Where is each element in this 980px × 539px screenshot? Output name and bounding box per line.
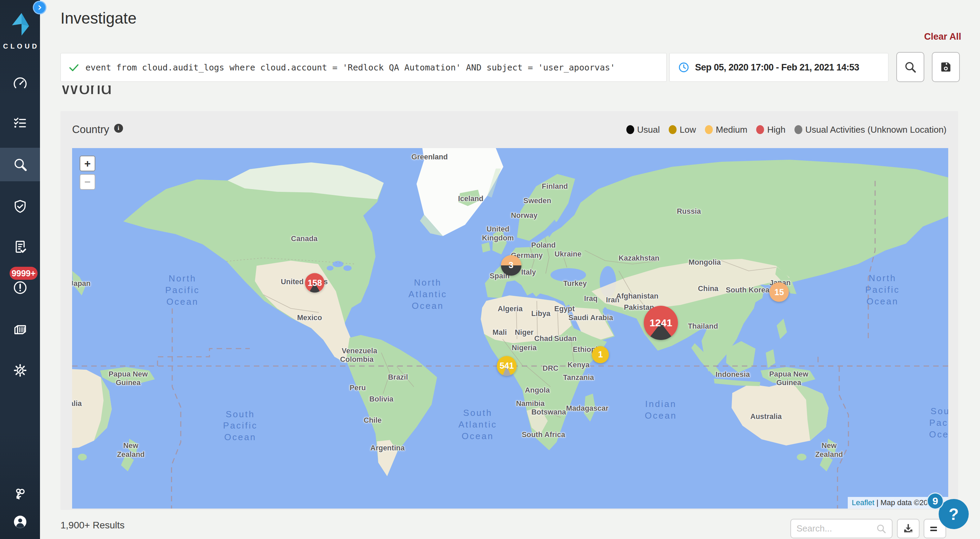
clear-all-button[interactable]: Clear All [924,32,961,42]
query-valid-check-icon [68,62,79,73]
legend-item: High [756,124,785,135]
cluster-marker-1[interactable]: 1 [592,346,609,363]
cluster-marker-3[interactable]: 3 [501,255,522,276]
world-map-svg [72,148,948,509]
zoom-in-button[interactable]: + [80,156,95,171]
sidebar-item-dashboard[interactable] [0,66,40,100]
checklist-icon [12,115,28,131]
sidebar-item-compliance[interactable] [0,190,40,223]
legend-item: Low [669,124,696,135]
gauge-icon [12,75,28,91]
results-search [791,519,892,538]
cluster-marker-15[interactable]: 15 [770,282,789,301]
legend-item: Usual Activities (Unknown Location) [794,124,947,135]
map-legend: UsualLowMediumHighUsual Activities (Unkn… [626,124,947,135]
save-icon [939,60,953,74]
legend-label: Usual Activities (Unknown Location) [805,124,947,135]
sidebar-expand-button[interactable] [33,1,46,14]
world-heading-wrap: World [60,86,112,101]
alert-circle-icon [12,280,28,295]
legend-label: High [767,124,785,135]
country-map-panel: Country i UsualLowMediumHighUsual Activi… [60,111,958,510]
results-count: 1,900+ Results [60,520,125,531]
sidebar-item-profile[interactable] [0,508,40,536]
document-check-icon [12,239,28,255]
app-logo: CLOUD [0,9,40,50]
world-heading: World [60,86,112,97]
sidebar-item-compute[interactable] [0,313,40,346]
legend-label: Usual [637,124,660,135]
world-map[interactable]: GreenlandIcelandFinlandSwedenNorwayUnite… [72,148,948,509]
shield-check-icon [12,199,28,214]
legend-dot [705,125,713,134]
page-title: Investigate [60,9,136,27]
query-input[interactable]: event from cloud.audit_logs where cloud.… [60,53,667,82]
chevron-right-icon [35,3,44,12]
keys-icon [12,487,28,502]
legend-dot [794,125,802,134]
sidebar-item-access-keys[interactable] [0,481,40,508]
legend-label: Medium [716,124,747,135]
legend-dot [669,125,676,134]
legend-item: Medium [705,124,747,135]
run-search-button[interactable] [896,52,924,82]
list-lines-icon [929,523,941,535]
info-icon[interactable]: i [114,124,123,133]
clock-icon [678,62,690,73]
time-range-value: Sep 05, 2020 17:00 - Feb 21, 2021 14:53 [695,62,859,73]
save-search-button[interactable] [932,52,960,82]
download-icon [902,523,915,535]
help-notification-badge[interactable]: 9 [927,493,944,510]
results-search-input[interactable] [796,523,875,534]
search-icon [904,60,917,74]
logo-text: CLOUD [0,42,40,50]
panel-header: Country i UsualLowMediumHighUsual Activi… [60,111,958,148]
sidebar-item-investigate[interactable] [0,148,40,181]
gear-icon [12,362,28,378]
leaflet-link[interactable]: Leaflet [852,498,874,507]
panel-title: Country [72,123,109,136]
legend-label: Low [679,124,696,135]
download-results-button[interactable] [897,519,920,538]
time-range-picker[interactable]: Sep 05, 2020 17:00 - Feb 21, 2021 14:53 [670,53,888,82]
legend-dot [756,125,764,134]
map-zoom-control: + − [80,156,95,190]
user-icon [12,514,28,530]
zoom-out-button[interactable]: − [80,174,95,190]
legend-dot [626,125,634,134]
cloud-logo-icon [8,9,32,40]
search-icon [875,523,887,534]
sidebar-item-reports[interactable] [0,230,40,264]
search-icon [12,157,28,172]
query-text: event from cloud.audit_logs where cloud.… [86,62,615,72]
sidebar-item-policies[interactable] [0,106,40,140]
alerts-count-badge: 9999+ [10,267,38,280]
legend-item: Usual [626,124,660,135]
sidebar-item-settings[interactable] [0,354,40,387]
sidebar: CLOUD 9999+ [0,0,40,539]
cluster-marker-158[interactable]: 158 [305,273,325,293]
cluster-marker-541[interactable]: 541 [497,356,517,376]
cluster-marker-1241[interactable]: 1241 [644,306,678,340]
container-icon [12,322,28,338]
